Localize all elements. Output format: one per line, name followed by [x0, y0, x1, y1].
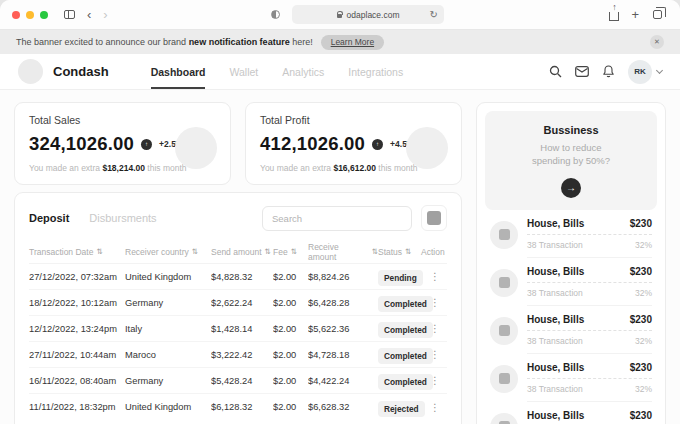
list-item[interactable]: House, Bills$230 38 Transaction32% — [485, 402, 657, 424]
category-icon — [490, 365, 518, 393]
column-send-amount[interactable]: Send amount⇅ — [211, 247, 273, 257]
privacy-shield-button[interactable] — [271, 10, 280, 19]
row-actions-button[interactable]: ⋮ — [421, 349, 449, 360]
cell-date: 11/11/2022, 18:32pm — [29, 402, 125, 412]
row-actions-button[interactable]: ⋮ — [421, 271, 449, 282]
promo-arrow-button[interactable]: → — [561, 178, 581, 198]
nav-tabs: Dashboard Wallet Analytics Integrations — [151, 54, 404, 89]
forward-button[interactable]: › — [103, 8, 107, 21]
column-transaction-date[interactable]: Transaction Date⇅ — [29, 247, 125, 257]
cell-send: $6,128.32 — [211, 402, 273, 412]
list-item[interactable]: House, Bills$230 38 Transaction32% — [485, 306, 657, 354]
cell-send: $2,622.24 — [211, 298, 273, 308]
sort-icon[interactable]: ⇅ — [96, 247, 102, 256]
sidebar-toggle-button[interactable] — [64, 10, 75, 19]
cell-fee: $2.00 — [273, 298, 308, 308]
cell-fee: $2.00 — [273, 324, 308, 334]
sort-icon[interactable]: ⇅ — [291, 247, 297, 256]
user-menu[interactable]: RK — [628, 60, 662, 84]
tab-disbursments[interactable]: Disbursments — [89, 212, 156, 224]
refresh-button[interactable]: ↻ — [429, 9, 437, 20]
dashboard-content: Total Sales 324,1026.00 ↑ +2.5% You made… — [0, 90, 680, 424]
stat-value: 324,1026.00 — [29, 133, 134, 155]
row-actions-button[interactable]: ⋮ — [421, 323, 449, 334]
item-amount: $230 — [630, 314, 652, 325]
cell-send: $5,428.24 — [211, 376, 273, 386]
sort-icon[interactable]: ⇅ — [192, 247, 198, 256]
learn-more-button[interactable]: Learn More — [321, 35, 384, 50]
cell-send: $3,222.42 — [211, 350, 273, 360]
tab-overview-button[interactable] — [651, 10, 662, 19]
cell-receive: $5,622.36 — [308, 324, 378, 334]
row-actions-button[interactable]: ⋮ — [421, 402, 449, 413]
item-title: House, Bills — [527, 218, 584, 229]
cell-receive: $4,728.18 — [308, 350, 378, 360]
list-item[interactable]: House, Bills$230 38 Transaction32% — [485, 210, 657, 258]
column-receiver-country[interactable]: Receiver country⇅ — [125, 247, 211, 257]
list-item[interactable]: House, Bills$230 38 Transaction32% — [485, 258, 657, 306]
table-row: 11/11/2022, 18:32pm United Kingdom $6,12… — [29, 394, 447, 420]
column-fee[interactable]: Fee⇅ — [273, 247, 308, 257]
row-actions-button[interactable]: ⋮ — [421, 297, 449, 308]
column-status[interactable]: Status⇅ — [378, 247, 421, 257]
cell-country: Germany — [125, 298, 211, 308]
notifications-bell-icon[interactable] — [602, 65, 615, 78]
sort-icon[interactable]: ⇅ — [265, 247, 271, 256]
column-receive-amount[interactable]: Receive amount⇅ — [308, 242, 378, 262]
cell-fee: $2.00 — [273, 350, 308, 360]
new-tab-button[interactable]: + — [631, 8, 639, 21]
cell-country: Germany — [125, 376, 211, 386]
table-toolbar: Deposit Disbursments — [29, 205, 447, 231]
tab-deposit[interactable]: Deposit — [29, 212, 69, 224]
tab-wallet[interactable]: Wallet — [229, 54, 258, 89]
cell-date: 27/11/2022, 10:44am — [29, 350, 125, 360]
url-text: odaplace.com — [347, 10, 400, 20]
list-item[interactable]: House, Bills$230 38 Transaction32% — [485, 354, 657, 402]
messages-icon[interactable] — [575, 66, 589, 77]
transactions-table: Transaction Date⇅ Receiver country⇅ Send… — [29, 240, 447, 420]
filter-icon — [427, 211, 441, 225]
table-row: 27/12/2022, 07:32am United Kingdom $4,82… — [29, 264, 447, 290]
item-amount: $230 — [630, 266, 652, 277]
promo-subtitle: How to reducespending by 50%? — [495, 141, 647, 168]
banner-close-button[interactable]: ✕ — [650, 35, 664, 49]
cell-receive: $4,422.24 — [308, 376, 378, 386]
status-badge: Pending — [378, 270, 423, 286]
window-controls — [12, 11, 48, 19]
cell-receive: $6,428.28 — [308, 298, 378, 308]
table-row: 18/12/2022, 10:12am Germany $2,622.24 $2… — [29, 290, 447, 316]
tab-analytics[interactable]: Analytics — [282, 54, 324, 89]
window-close-button[interactable] — [12, 11, 20, 19]
item-title: House, Bills — [527, 314, 584, 325]
stat-value: 412,1026.00 — [260, 133, 365, 155]
address-bar[interactable]: odaplace.com ↻ — [292, 5, 444, 24]
sidebar-icon — [64, 10, 75, 19]
activity-panel: Bussiness How to reducespending by 50%? … — [476, 102, 666, 424]
share-button[interactable] — [609, 8, 619, 21]
stats-row: Total Sales 324,1026.00 ↑ +2.5% You made… — [14, 102, 462, 180]
total-profit-card: Total Profit 412,1026.00 ↑ +4.5% You mad… — [245, 102, 462, 185]
sort-icon[interactable]: ⇅ — [405, 247, 411, 256]
search-input[interactable] — [272, 213, 402, 224]
back-button[interactable]: ‹ — [87, 8, 91, 21]
category-icon — [490, 317, 518, 345]
search-icon[interactable] — [549, 65, 562, 78]
donut-chart-placeholder — [406, 127, 448, 169]
filter-button[interactable] — [421, 205, 447, 231]
transactions-card: Deposit Disbursments Transaction Date⇅ R… — [14, 192, 462, 424]
tab-integrations[interactable]: Integrations — [348, 54, 403, 89]
cell-date: 16/11/2022, 08:40am — [29, 376, 125, 386]
cell-fee: $2.00 — [273, 272, 308, 282]
item-percent: 32% — [635, 288, 652, 298]
promo-title: Bussiness — [495, 124, 647, 136]
cell-date: 27/12/2022, 07:32am — [29, 272, 125, 282]
cell-fee: $2.00 — [273, 376, 308, 386]
share-icon — [609, 12, 619, 21]
row-actions-button[interactable]: ⋮ — [421, 375, 449, 386]
window-zoom-button[interactable] — [40, 11, 48, 19]
avatar: RK — [628, 60, 652, 84]
tab-dashboard[interactable]: Dashboard — [151, 54, 206, 89]
status-badge: Rejected — [378, 401, 425, 417]
window-minimize-button[interactable] — [26, 11, 34, 19]
cell-country: Italy — [125, 324, 211, 334]
